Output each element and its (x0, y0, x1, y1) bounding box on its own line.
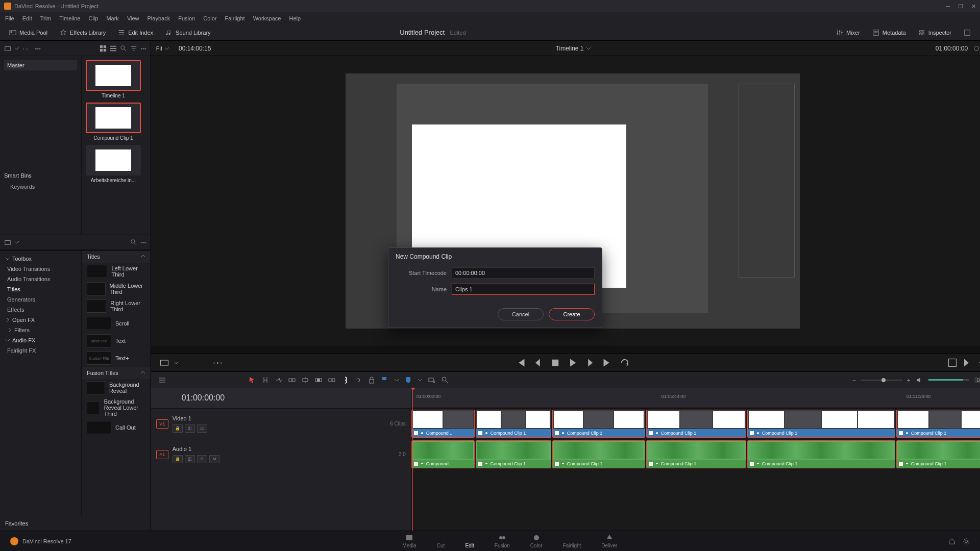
title-text[interactable]: Basic TitleText (82, 332, 151, 349)
menu-clip[interactable]: Clip (88, 15, 98, 21)
audio-clip[interactable]: Compound Clip 1 (476, 440, 551, 468)
play-button[interactable] (568, 358, 578, 368)
page-color[interactable]: Color (530, 534, 543, 548)
mixer-toggle[interactable]: Mixer (832, 27, 864, 38)
gang-icon[interactable] (973, 45, 980, 52)
marker-icon[interactable] (404, 376, 412, 384)
solo-button[interactable]: S (197, 455, 207, 463)
generators[interactable]: Generators (0, 294, 81, 305)
dim-button[interactable]: DIM (974, 377, 980, 383)
fusion-bg-reveal-lt[interactable]: Background Reveal Lower Third (82, 396, 151, 419)
audio-track-lane[interactable]: Compound ... Compound Clip 1 Compound Cl… (411, 439, 980, 469)
menu-edit[interactable]: Edit (22, 15, 32, 21)
zoom-in-button[interactable]: + (907, 377, 910, 383)
inspector-toggle[interactable]: Inspector (914, 27, 955, 38)
close-button[interactable]: ✕ (971, 3, 976, 10)
speaker-icon[interactable] (915, 376, 923, 384)
video-clip[interactable]: Compound ... (411, 410, 475, 438)
page-edit[interactable]: Edit (465, 534, 474, 548)
openfx-group[interactable]: Open FX (0, 315, 81, 325)
name-input[interactable] (452, 284, 595, 295)
fusion-callout[interactable]: Call Out (82, 419, 151, 436)
titles-item[interactable]: Titles (0, 284, 81, 294)
menu-fairlight[interactable]: Fairlight (225, 15, 245, 21)
edit-index-toggle[interactable]: Edit Index (114, 27, 157, 38)
fairlightfx[interactable]: Fairlight FX (0, 345, 81, 356)
audiofx-group[interactable]: Audio FX (0, 335, 81, 345)
viewer-zoom[interactable]: Fit (156, 45, 169, 52)
menu-color[interactable]: Color (203, 15, 216, 21)
title-left-lower[interactable]: Left Lower Third (82, 263, 151, 280)
menu-mark[interactable]: Mark (106, 15, 118, 21)
match-frame-icon[interactable] (159, 358, 169, 368)
filters[interactable]: Filters (0, 325, 81, 335)
menu-fusion[interactable]: Fusion (178, 15, 195, 21)
fusion-bg-reveal[interactable]: Background Reveal (82, 379, 151, 396)
home-icon[interactable] (948, 538, 955, 545)
menu-file[interactable]: File (5, 15, 14, 21)
metadata-toggle[interactable]: Metadata (868, 27, 910, 38)
zoom-timeline-icon[interactable] (441, 376, 449, 384)
flag-icon[interactable] (381, 376, 389, 384)
menu-playback[interactable]: Playback (148, 15, 170, 21)
maximize-button[interactable]: ☐ (958, 3, 963, 10)
title-right-lower[interactable]: Right Lower Third (82, 297, 151, 315)
titles-section-header[interactable]: Titles (82, 251, 151, 263)
video-track-header[interactable]: V1 Video 1 🔒 ◫ ▭ 6 Clips (151, 408, 411, 439)
loop-button[interactable] (620, 358, 630, 368)
page-deliver[interactable]: Deliver (601, 534, 617, 548)
sort-icon[interactable] (130, 45, 137, 52)
link-icon[interactable] (354, 376, 362, 384)
zoom-out-button[interactable]: − (852, 377, 855, 383)
menu-view[interactable]: View (127, 15, 139, 21)
video-clip[interactable]: Compound Clip 1 (896, 410, 980, 438)
next-frame-button[interactable] (585, 358, 595, 368)
media-pool-toggle[interactable]: Media Pool (5, 27, 52, 38)
video-track-lane[interactable]: Compound ... Compound Clip 1 Compound Cl… (411, 408, 980, 439)
insert-icon[interactable] (301, 376, 309, 384)
fusion-titles-header[interactable]: Fusion Titles (82, 367, 151, 379)
clip-thumb-arbeits[interactable]: Arbeitsbereiche in... (86, 145, 141, 183)
fullscreen-icon[interactable] (947, 358, 958, 368)
project-settings-icon[interactable] (963, 538, 970, 545)
chevron-down-icon[interactable] (174, 360, 179, 365)
audio-clip[interactable]: Compound Clip 1 (552, 440, 645, 468)
last-frame-button[interactable] (602, 358, 612, 368)
toolbox-group[interactable]: Toolbox (0, 254, 81, 264)
keywords-bin[interactable]: Keywords (4, 182, 77, 192)
mute-button[interactable]: M (209, 455, 219, 463)
cancel-button[interactable]: Cancel (498, 308, 544, 320)
video-transitions[interactable]: Video Transitions (0, 264, 81, 274)
audio-clip[interactable]: Compound Clip 1 (896, 440, 980, 468)
audio-clip[interactable]: Compound Clip 1 (747, 440, 895, 468)
search-icon[interactable] (120, 45, 127, 52)
video-clip[interactable]: Compound Clip 1 (747, 410, 895, 438)
clip-thumb-compound1[interactable]: Compound Clip 1 (86, 103, 141, 141)
lock-audio-button[interactable]: 🔒 (173, 455, 183, 463)
video-clip[interactable]: Compound Clip 1 (476, 410, 551, 438)
v1-badge[interactable]: V1 (156, 419, 168, 429)
audio-transitions[interactable]: Audio Transitions (0, 274, 81, 284)
clip-thumb-timeline1[interactable]: Timeline 1 (86, 60, 141, 98)
minimize-button[interactable]: ─ (946, 3, 950, 10)
dynamic-trim-icon[interactable] (275, 376, 283, 384)
lock-icon[interactable] (368, 376, 376, 384)
menu-help[interactable]: Help (289, 15, 301, 21)
grid-view-icon[interactable] (100, 45, 107, 52)
page-fairlight[interactable]: Fairlight (563, 534, 581, 548)
menu-trim[interactable]: Trim (40, 15, 52, 21)
effects-library-toggle[interactable]: Effects Library (56, 27, 110, 38)
page-fusion[interactable]: Fusion (495, 534, 510, 548)
title-text-plus[interactable]: Custom TitleText+ (82, 349, 151, 367)
timeline-ruler[interactable]: 01:00:00:00 01:05:44:00 01:11:28:00 (411, 388, 980, 408)
replace-icon[interactable] (328, 376, 336, 384)
first-frame-button[interactable] (516, 358, 526, 368)
audio-clip[interactable]: Compound ... (411, 440, 475, 468)
search-timeline-icon[interactable] (428, 376, 436, 384)
create-button[interactable]: Create (549, 308, 595, 320)
blade-tool-icon[interactable] (288, 376, 296, 384)
menu-workspace[interactable]: Workspace (253, 15, 281, 21)
page-media[interactable]: Media (402, 534, 416, 548)
playhead[interactable] (412, 388, 413, 531)
a1-badge[interactable]: A1 (156, 450, 168, 459)
